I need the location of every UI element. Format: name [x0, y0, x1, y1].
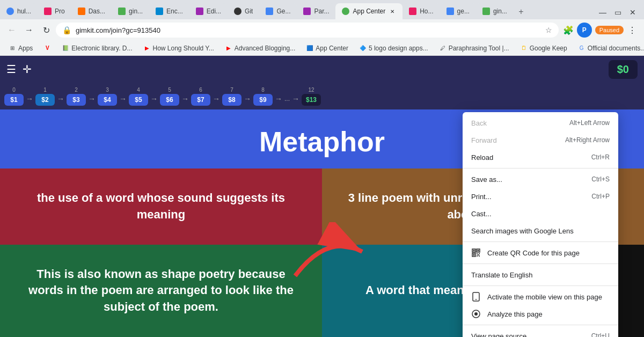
- svg-rect-2: [473, 250, 475, 252]
- track-badge-last: $13: [302, 94, 321, 106]
- progress-track: 0 $1 → 1 $2 → 2 $3 → 3: [0, 83, 644, 109]
- tab-enc[interactable]: Enc...: [149, 3, 189, 19]
- maximize-button[interactable]: ▭: [611, 5, 625, 19]
- menu-item-label-translate: Translate to English: [471, 271, 610, 279]
- svg-point-15: [474, 312, 478, 316]
- menu-item-cast[interactable]: Cast...: [463, 205, 618, 222]
- paused-badge[interactable]: Paused: [595, 26, 624, 34]
- track-arrow-3: →: [119, 89, 127, 103]
- tab-gin2[interactable]: gin...: [476, 3, 514, 19]
- track-badge-5: $6: [160, 94, 179, 106]
- menu-item-print[interactable]: Print... Ctrl+P: [463, 188, 618, 205]
- address-text: gimkit.com/join?gc=913540: [76, 26, 541, 34]
- tab-favicon-ho: [409, 8, 416, 15]
- menu-item-googlelens[interactable]: Search images with Google Lens: [463, 222, 618, 239]
- tab-label-active: App Center: [353, 8, 385, 15]
- address-bar[interactable]: 🔒 gimkit.com/join?gc=913540 ☆: [56, 23, 559, 38]
- svg-rect-9: [477, 255, 478, 257]
- bookmark-howlong[interactable]: ▶ How Long Should Y...: [139, 43, 218, 53]
- bookmark-official[interactable]: G Official documents...: [574, 43, 644, 53]
- tab-label-gin2: gin...: [493, 8, 507, 15]
- bookmarks-bar: ⊞ Apps V 📗 Electronic library. D... ▶ Ho…: [0, 41, 644, 56]
- tab-label-ge: Ge...: [276, 8, 290, 15]
- tab-ge2[interactable]: ge...: [440, 3, 476, 19]
- menu-item-qrcode[interactable]: Create QR Code for this page: [463, 244, 618, 261]
- menu-item-label-analyze: Analyze this page: [487, 310, 610, 318]
- track-num-last: 12: [308, 87, 314, 93]
- tab-favicon-gin1: [118, 8, 126, 15]
- menu-divider-2: [463, 241, 618, 242]
- track-badge-6: $7: [191, 94, 210, 106]
- tab-favicon-par: [303, 8, 311, 15]
- tab-par[interactable]: Par...: [297, 3, 335, 19]
- advanced-favicon: ▶: [225, 45, 232, 52]
- tab-pro[interactable]: Pro: [38, 3, 71, 19]
- hamburger-icon[interactable]: ☰: [6, 63, 16, 76]
- tab-hul[interactable]: hul...: [0, 3, 38, 19]
- bookmark-googlekeep[interactable]: 🗒 Google Keep: [516, 43, 572, 53]
- tab-gin1[interactable]: gin...: [112, 3, 149, 19]
- track-node-7: 7 $8: [222, 87, 241, 106]
- menu-item-translate[interactable]: Translate to English: [463, 266, 618, 283]
- tab-close-button[interactable]: ✕: [389, 8, 396, 15]
- plus-icon[interactable]: ✛: [23, 63, 32, 76]
- qr-code-icon: [471, 248, 481, 258]
- tab-favicon-edi: [196, 8, 203, 15]
- track-num-7: 7: [230, 87, 233, 93]
- track-items: 0 $1 → 1 $2 → 2 $3 → 3: [4, 87, 321, 106]
- close-button[interactable]: ✕: [626, 5, 640, 19]
- track-num-1: 1: [43, 87, 47, 93]
- tab-git[interactable]: Git: [228, 3, 259, 19]
- answer-text-0: the use of a word whose sound suggests i…: [21, 190, 301, 223]
- tab-ge[interactable]: Ge...: [259, 3, 297, 19]
- mobile-view-icon: [471, 292, 481, 302]
- track-node-3: 3 $4: [98, 87, 117, 106]
- menu-item-back[interactable]: Back Alt+Left Arrow: [463, 114, 618, 131]
- menu-item-mobileview[interactable]: Activate the mobile view on this page: [463, 288, 618, 305]
- tab-active[interactable]: App Center ✕: [335, 3, 402, 19]
- track-node-2: 2 $3: [67, 87, 86, 106]
- new-tab-button[interactable]: +: [514, 4, 529, 19]
- bookmark-apps[interactable]: ⊞ Apps: [4, 43, 37, 53]
- answer-card-0[interactable]: the use of a word whose sound suggests i…: [0, 169, 322, 245]
- tab-favicon-gin2: [482, 8, 490, 15]
- menu-item-saveas[interactable]: Save as... Ctrl+S: [463, 171, 618, 188]
- menu-item-label-googlelens: Search images with Google Lens: [471, 227, 610, 235]
- back-button[interactable]: ←: [4, 23, 19, 38]
- bookmark-advanced[interactable]: ▶ Advanced Blogging...: [221, 43, 299, 53]
- bookmark-electronic[interactable]: 📗 Electronic library. D...: [57, 43, 136, 53]
- tab-favicon-git: [234, 8, 241, 15]
- track-node-6: 6 $7: [191, 87, 210, 106]
- bookmark-5logo[interactable]: 🔷 5 logo design apps...: [355, 43, 433, 53]
- menu-item-label-back: Back: [471, 119, 563, 127]
- bookmark-appcenter[interactable]: 🟦 App Center: [302, 43, 353, 53]
- track-node-4: 4 $5: [129, 87, 148, 106]
- minimize-button[interactable]: —: [596, 5, 610, 19]
- window-controls: — ▭ ✕: [591, 5, 644, 19]
- track-node-1: 1 $2: [35, 87, 55, 106]
- browser-frame: hul... Pro Das... gin... Enc... Edi...: [0, 0, 644, 337]
- menu-item-viewsource[interactable]: View page source Ctrl+U: [463, 327, 618, 337]
- tab-edi[interactable]: Edi...: [189, 3, 228, 19]
- forward-button[interactable]: →: [21, 23, 36, 38]
- tab-das[interactable]: Das...: [71, 3, 112, 19]
- menu-item-reload[interactable]: Reload Ctrl+R: [463, 149, 618, 166]
- bookmark-paraphrasing[interactable]: 🖊 Paraphrasing Tool |...: [435, 43, 514, 53]
- tab-ho[interactable]: Ho...: [402, 3, 440, 19]
- bookmark-star-icon: ☆: [545, 26, 552, 34]
- menu-item-shortcut-viewsource: Ctrl+U: [591, 332, 610, 337]
- tab-favicon-das: [78, 8, 85, 15]
- track-num-2: 2: [75, 87, 78, 93]
- menu-item-forward[interactable]: Forward Alt+Right Arrow: [463, 131, 618, 149]
- context-menu: Back Alt+Left Arrow Forward Alt+Right Ar…: [463, 112, 618, 337]
- menu-button[interactable]: ⋮: [625, 23, 640, 38]
- reload-button[interactable]: ↻: [39, 23, 54, 38]
- extensions-button[interactable]: 🧩: [561, 23, 576, 38]
- googlekeep-favicon: 🗒: [520, 45, 528, 52]
- bookmark-v[interactable]: V: [39, 43, 55, 53]
- profile-button[interactable]: P: [577, 23, 592, 38]
- menu-divider-1: [463, 168, 618, 169]
- track-arrow-4: →: [150, 89, 158, 103]
- menu-item-analyze[interactable]: Analyze this page: [463, 305, 618, 323]
- answer-card-2[interactable]: This is also known as shape poetry becau…: [0, 245, 322, 337]
